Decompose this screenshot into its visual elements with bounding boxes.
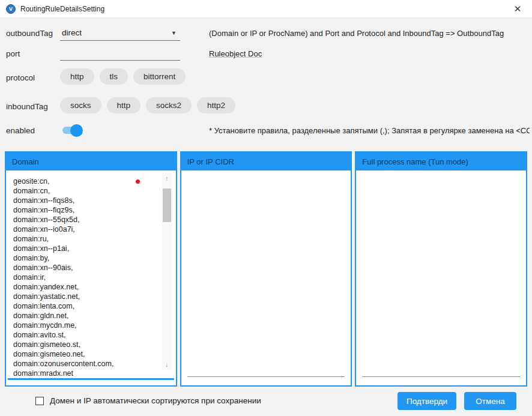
sort-checkbox-label: Домен и IP автоматически сортируются при… (50, 396, 261, 405)
domain-entry: domain:ozonusercontent.com, (13, 359, 154, 369)
domain-entry: domain:gldn.net, (13, 311, 154, 321)
protocol-chip[interactable]: bittorrent (133, 68, 186, 85)
ip-panel-header: IP or IP CIDR (181, 152, 351, 170)
ruleobject-doc-link[interactable]: Ruleobject Doc (209, 49, 530, 58)
domain-entry: domain:xn--fiqs8s, (13, 196, 154, 205)
ip-textarea[interactable] (181, 170, 351, 385)
ip-textarea-underline (187, 376, 345, 377)
domain-entry: domain:xn--p1ai, (13, 244, 154, 253)
domain-entry: domain:xn--io0a7i, (13, 225, 154, 234)
confirm-button[interactable]: Подтверди (397, 392, 456, 410)
routing-rule-details-dialog: V RoutingRuleDetailsSetting ✕ outboundTa… (0, 0, 532, 416)
red-dot-indicator (136, 179, 140, 184)
port-input[interactable] (60, 46, 180, 61)
title-bar: V RoutingRuleDetailsSetting ✕ (0, 0, 532, 18)
process-textarea-underline (362, 376, 520, 377)
enabled-toggle[interactable] (62, 127, 80, 134)
domain-entry: domain:avito.st, (13, 330, 154, 340)
domain-scrollbar[interactable]: ↑ ↓ (162, 173, 172, 370)
domain-entry: domain:ir, (13, 273, 154, 282)
protocol-chip[interactable]: http (60, 68, 94, 85)
scroll-up-button[interactable]: ↑ (162, 173, 172, 184)
sort-checkbox-row: Домен и IP автоматически сортируются при… (35, 396, 261, 405)
cancel-button[interactable]: Отмена (464, 392, 516, 410)
arrow-up-icon: ↑ (165, 175, 169, 182)
close-button[interactable]: ✕ (509, 1, 526, 17)
toggle-knob (70, 124, 83, 137)
protocol-chip-group: httptlsbittorrent (60, 68, 186, 85)
rule-panels: Domain geosite:cn,domain:cn,domain:xn--f… (5, 151, 527, 387)
ip-panel: IP or IP CIDR (180, 151, 352, 387)
domain-panel: Domain geosite:cn,domain:cn,domain:xn--f… (5, 151, 177, 387)
enabled-label: enabled (6, 126, 35, 135)
scrollbar-thumb[interactable] (163, 188, 171, 222)
inbound-tag-chip[interactable]: http2 (197, 97, 235, 113)
domain-entry: domain:gismeteo.st, (13, 340, 154, 349)
domain-panel-header: Domain (6, 152, 176, 170)
domain-entry: domain:gismeteo.net, (13, 349, 154, 359)
process-panel-header: Full process name (Tun mode) (356, 152, 526, 170)
inbound-tag-chip[interactable]: socks (60, 97, 101, 113)
process-textarea[interactable] (356, 170, 526, 385)
outbound-tag-label: outboundTag (6, 29, 53, 38)
app-logo-icon: V (6, 4, 16, 14)
domain-entry: domain:yastatic.net, (13, 292, 154, 301)
process-panel: Full process name (Tun mode) (355, 151, 527, 387)
sort-checkbox[interactable] (35, 397, 44, 405)
outbound-tag-select[interactable]: direct ▼ (60, 25, 180, 41)
inbound-tag-chip-group: sockshttpsocks2http2 (60, 97, 235, 113)
protocol-label: protocol (6, 73, 35, 82)
outbound-tag-value: direct (60, 28, 171, 37)
domain-entry: domain:by, (13, 253, 154, 263)
inbound-tag-label: inboundTag (6, 102, 48, 111)
close-icon: ✕ (514, 4, 522, 14)
rules-note: * Установите правила, разделенные запяты… (209, 126, 530, 135)
arrow-down-icon: ↓ (165, 361, 169, 368)
port-label: port (6, 49, 20, 58)
domain-entry: domain:cn, (13, 186, 154, 196)
scroll-down-button[interactable]: ↓ (162, 359, 172, 370)
window-title: RoutingRuleDetailsSetting (20, 5, 104, 13)
domain-entry: domain:lenta.com, (13, 301, 154, 311)
inbound-tag-chip[interactable]: socks2 (146, 97, 192, 113)
domain-entry: domain:yandex.net, (13, 282, 154, 292)
domain-textarea-focus-underline (8, 378, 174, 380)
domain-entry: domain:xn--90ais, (13, 263, 154, 273)
domain-panel-body: geosite:cn,domain:cn,domain:xn--fiqs8s,d… (6, 170, 176, 385)
domain-entry: domain:ru, (13, 234, 154, 244)
rule-format-hint: (Domain or IP or ProcName) and Port and … (209, 29, 530, 38)
domain-entry: domain:mradx.net (13, 369, 154, 378)
domain-entry: domain:xn--55qx5d, (13, 215, 154, 225)
ruleobject-doc-link-text: Ruleobject Doc (209, 49, 262, 58)
domain-entry: domain:mycdn.me, (13, 321, 154, 330)
chevron-down-icon: ▼ (171, 30, 180, 36)
protocol-chip[interactable]: tls (100, 68, 128, 85)
domain-entry: domain:xn--fiqz9s, (13, 205, 154, 215)
domain-entry: geosite:cn, (13, 176, 154, 186)
domain-textarea[interactable]: geosite:cn,domain:cn,domain:xn--fiqs8s,d… (13, 176, 154, 378)
inbound-tag-chip[interactable]: http (107, 97, 141, 113)
